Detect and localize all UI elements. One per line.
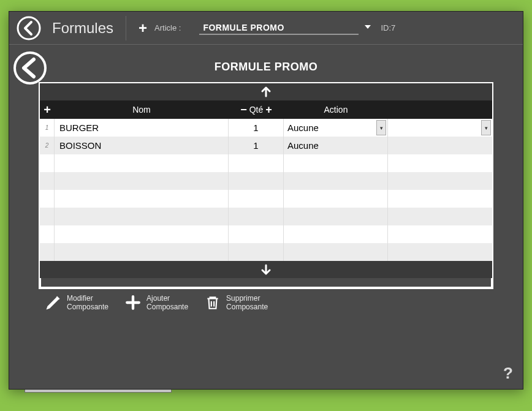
help-button[interactable]: ?	[503, 364, 513, 383]
table-row[interactable]: 1 BURGER 1 Aucune ▾ ▾	[40, 119, 492, 137]
row-nom: BURGER	[55, 119, 229, 137]
article-id: ID:7	[381, 23, 395, 32]
ajouter-line2: Composante	[146, 303, 188, 311]
modifier-composante-button[interactable]: Modifier Composante	[45, 294, 108, 312]
ajouter-line1: Ajouter	[146, 294, 188, 303]
chevron-down-icon[interactable]: ▾	[376, 120, 386, 135]
trash-icon	[204, 294, 221, 311]
row-action-select[interactable]: Aucune	[284, 137, 388, 154]
table-header: + Nom − Qté + Action	[40, 100, 492, 119]
modifier-line2: Composante	[67, 303, 108, 311]
table-row	[40, 154, 492, 172]
ajouter-composante-button[interactable]: Ajouter Composante	[124, 294, 188, 312]
table-row	[40, 190, 492, 208]
header-separator	[126, 16, 126, 40]
modal-header: Formules + Article : FORMULE PROMO ID:7	[9, 12, 523, 45]
row-nom: BOISSON	[55, 137, 229, 154]
components-table: + Nom − Qté + Action 1 BURGER 1 Aucune	[39, 82, 493, 289]
qty-minus-icon[interactable]: −	[240, 104, 247, 116]
pencil-icon	[45, 294, 62, 311]
scroll-down-button[interactable]	[40, 261, 492, 278]
table-row	[40, 243, 492, 261]
col-qte-label: Qté	[249, 105, 264, 115]
row-qte: 1	[229, 137, 284, 154]
article-value[interactable]: FORMULE PROMO	[199, 21, 359, 35]
row-qte: 1	[229, 119, 284, 137]
formules-modal: Formules + Article : FORMULE PROMO ID:7 …	[9, 11, 523, 390]
table-body: 1 BURGER 1 Aucune ▾ ▾ 2 BOISSON 1	[40, 119, 492, 261]
row-action-value: Aucune	[287, 123, 319, 133]
body-back-button[interactable]	[13, 51, 47, 85]
row-index: 1	[40, 119, 55, 137]
modifier-line1: Modifier	[67, 294, 108, 303]
col-action: Action	[284, 105, 388, 115]
add-article-icon[interactable]: +	[139, 20, 147, 37]
article-label: Article :	[154, 23, 181, 32]
header-title: Formules	[52, 20, 113, 37]
row-extra-select[interactable]: ▾	[388, 119, 492, 137]
add-row-icon[interactable]: +	[40, 103, 55, 117]
modal-body: FORMULE PROMO + Nom − Qté + Action 1	[9, 45, 523, 389]
supprimer-line1: Supprimer	[226, 294, 268, 303]
supprimer-composante-button[interactable]: Supprimer Composante	[204, 294, 268, 312]
col-nom: Nom	[55, 105, 229, 115]
row-action-value: Aucune	[287, 140, 319, 151]
qty-plus-icon[interactable]: +	[265, 104, 272, 116]
plus-icon	[124, 294, 142, 311]
row-action-select[interactable]: Aucune ▾	[284, 119, 388, 137]
col-qte: − Qté +	[229, 104, 284, 116]
header-back-button[interactable]	[14, 13, 44, 43]
footer-actions: Modifier Composante Ajouter Composante	[39, 289, 493, 312]
table-row	[40, 208, 492, 225]
table-row	[40, 172, 492, 190]
svg-point-1	[15, 53, 45, 83]
chevron-down-icon[interactable]: ▾	[481, 120, 491, 135]
supprimer-line2: Composante	[226, 303, 268, 311]
body-title: FORMULE PROMO	[39, 50, 493, 82]
table-footer-spacer	[40, 278, 492, 288]
table-row	[40, 225, 492, 243]
table-row[interactable]: 2 BOISSON 1 Aucune	[40, 137, 492, 154]
row-index: 2	[40, 137, 55, 154]
row-extra	[388, 137, 492, 154]
scroll-up-button[interactable]	[40, 83, 492, 100]
svg-point-0	[18, 17, 40, 39]
article-dropdown-icon[interactable]	[363, 23, 372, 34]
